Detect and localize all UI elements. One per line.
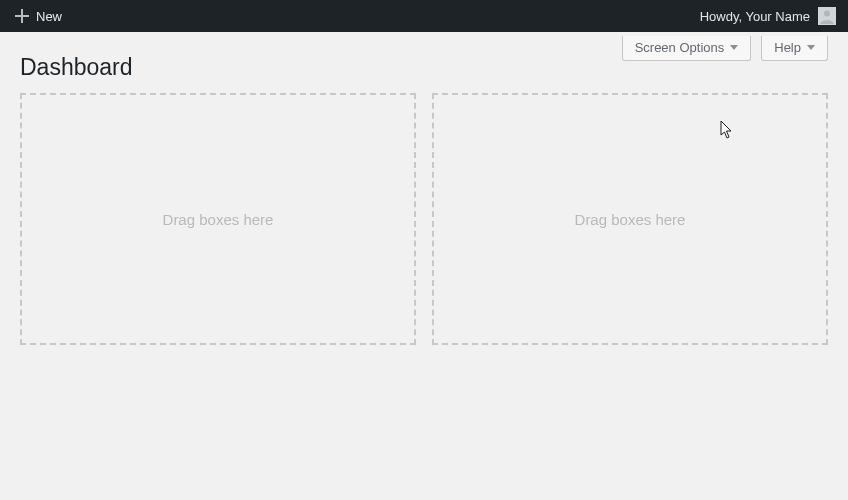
drop-zone-left[interactable]: Drag boxes here: [20, 93, 416, 345]
svg-point-3: [824, 11, 830, 17]
content-wrap: Screen Options Help Dashboard Drag boxes…: [0, 32, 848, 345]
new-content-menu[interactable]: New: [6, 0, 70, 32]
screen-options-label: Screen Options: [635, 40, 725, 55]
admin-bar-right: Howdy, Your Name: [692, 0, 840, 32]
howdy-text: Howdy, Your Name: [700, 9, 810, 24]
help-label: Help: [774, 40, 801, 55]
admin-bar-left: New: [6, 0, 70, 32]
account-menu[interactable]: Howdy, Your Name: [692, 0, 840, 32]
caret-down-icon: [730, 45, 738, 50]
caret-down-icon: [807, 45, 815, 50]
svg-rect-1: [15, 15, 29, 17]
meta-box-row: Drag boxes here Drag boxes here: [20, 93, 828, 345]
contextual-buttons: Screen Options Help: [622, 36, 828, 61]
avatar: [818, 7, 836, 25]
drop-zone-left-placeholder: Drag boxes here: [163, 211, 274, 228]
help-button[interactable]: Help: [761, 36, 828, 61]
admin-bar: New Howdy, Your Name: [0, 0, 848, 32]
drop-zone-right[interactable]: Drag boxes here: [432, 93, 828, 345]
new-content-label: New: [36, 9, 62, 24]
plus-icon: [14, 8, 30, 24]
drop-zone-right-placeholder: Drag boxes here: [575, 211, 686, 228]
screen-options-button[interactable]: Screen Options: [622, 36, 752, 61]
